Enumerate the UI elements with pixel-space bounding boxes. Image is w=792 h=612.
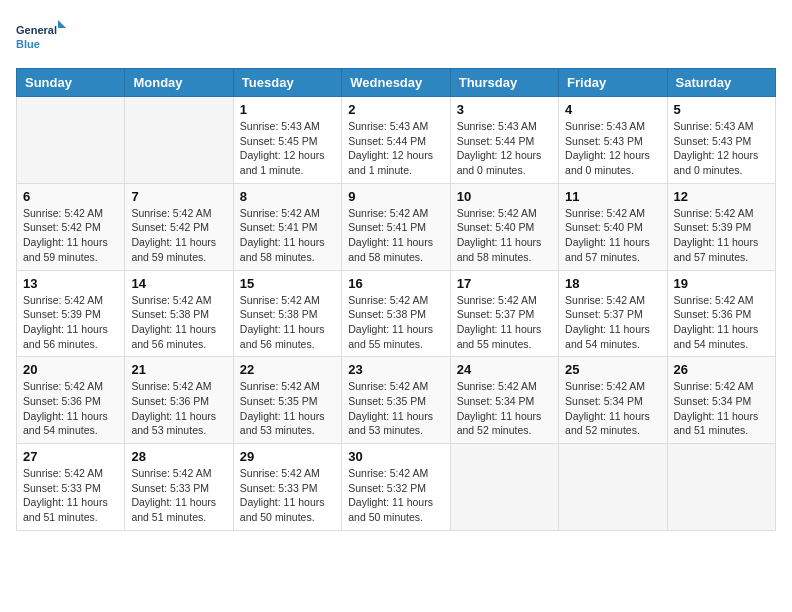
- week-row-2: 6Sunrise: 5:42 AMSunset: 5:42 PMDaylight…: [17, 183, 776, 270]
- calendar-cell: 1Sunrise: 5:43 AMSunset: 5:45 PMDaylight…: [233, 97, 341, 184]
- calendar-cell: 25Sunrise: 5:42 AMSunset: 5:34 PMDayligh…: [559, 357, 667, 444]
- calendar-cell: 11Sunrise: 5:42 AMSunset: 5:40 PMDayligh…: [559, 183, 667, 270]
- day-info: Sunrise: 5:42 AMSunset: 5:36 PMDaylight:…: [23, 379, 118, 438]
- day-info: Sunrise: 5:42 AMSunset: 5:39 PMDaylight:…: [23, 293, 118, 352]
- day-info: Sunrise: 5:42 AMSunset: 5:41 PMDaylight:…: [240, 206, 335, 265]
- day-number: 27: [23, 449, 118, 464]
- day-number: 16: [348, 276, 443, 291]
- day-info: Sunrise: 5:42 AMSunset: 5:35 PMDaylight:…: [240, 379, 335, 438]
- calendar-cell: 3Sunrise: 5:43 AMSunset: 5:44 PMDaylight…: [450, 97, 558, 184]
- calendar-cell: 16Sunrise: 5:42 AMSunset: 5:38 PMDayligh…: [342, 270, 450, 357]
- calendar-cell: 12Sunrise: 5:42 AMSunset: 5:39 PMDayligh…: [667, 183, 775, 270]
- logo-svg: General Blue: [16, 16, 66, 56]
- day-info: Sunrise: 5:42 AMSunset: 5:41 PMDaylight:…: [348, 206, 443, 265]
- calendar-cell: 7Sunrise: 5:42 AMSunset: 5:42 PMDaylight…: [125, 183, 233, 270]
- day-number: 8: [240, 189, 335, 204]
- weekday-header-tuesday: Tuesday: [233, 69, 341, 97]
- logo: General Blue: [16, 16, 66, 56]
- day-number: 25: [565, 362, 660, 377]
- day-number: 23: [348, 362, 443, 377]
- day-info: Sunrise: 5:42 AMSunset: 5:38 PMDaylight:…: [240, 293, 335, 352]
- day-number: 19: [674, 276, 769, 291]
- weekday-header-friday: Friday: [559, 69, 667, 97]
- day-info: Sunrise: 5:42 AMSunset: 5:33 PMDaylight:…: [23, 466, 118, 525]
- calendar-cell: [125, 97, 233, 184]
- day-info: Sunrise: 5:42 AMSunset: 5:42 PMDaylight:…: [131, 206, 226, 265]
- calendar-cell: 4Sunrise: 5:43 AMSunset: 5:43 PMDaylight…: [559, 97, 667, 184]
- calendar-cell: 18Sunrise: 5:42 AMSunset: 5:37 PMDayligh…: [559, 270, 667, 357]
- day-number: 17: [457, 276, 552, 291]
- day-number: 24: [457, 362, 552, 377]
- calendar-cell: 6Sunrise: 5:42 AMSunset: 5:42 PMDaylight…: [17, 183, 125, 270]
- calendar-cell: 19Sunrise: 5:42 AMSunset: 5:36 PMDayligh…: [667, 270, 775, 357]
- calendar-cell: 22Sunrise: 5:42 AMSunset: 5:35 PMDayligh…: [233, 357, 341, 444]
- svg-marker-2: [58, 20, 66, 28]
- weekday-header-monday: Monday: [125, 69, 233, 97]
- week-row-4: 20Sunrise: 5:42 AMSunset: 5:36 PMDayligh…: [17, 357, 776, 444]
- calendar-cell: 13Sunrise: 5:42 AMSunset: 5:39 PMDayligh…: [17, 270, 125, 357]
- calendar-cell: 15Sunrise: 5:42 AMSunset: 5:38 PMDayligh…: [233, 270, 341, 357]
- day-number: 28: [131, 449, 226, 464]
- day-info: Sunrise: 5:43 AMSunset: 5:44 PMDaylight:…: [348, 119, 443, 178]
- calendar-cell: 26Sunrise: 5:42 AMSunset: 5:34 PMDayligh…: [667, 357, 775, 444]
- day-info: Sunrise: 5:42 AMSunset: 5:40 PMDaylight:…: [457, 206, 552, 265]
- day-info: Sunrise: 5:42 AMSunset: 5:34 PMDaylight:…: [565, 379, 660, 438]
- day-info: Sunrise: 5:42 AMSunset: 5:32 PMDaylight:…: [348, 466, 443, 525]
- day-info: Sunrise: 5:42 AMSunset: 5:34 PMDaylight:…: [457, 379, 552, 438]
- day-number: 10: [457, 189, 552, 204]
- day-number: 18: [565, 276, 660, 291]
- calendar-cell: 20Sunrise: 5:42 AMSunset: 5:36 PMDayligh…: [17, 357, 125, 444]
- calendar-cell: 21Sunrise: 5:42 AMSunset: 5:36 PMDayligh…: [125, 357, 233, 444]
- calendar-cell: 24Sunrise: 5:42 AMSunset: 5:34 PMDayligh…: [450, 357, 558, 444]
- day-info: Sunrise: 5:42 AMSunset: 5:42 PMDaylight:…: [23, 206, 118, 265]
- calendar-cell: 9Sunrise: 5:42 AMSunset: 5:41 PMDaylight…: [342, 183, 450, 270]
- day-number: 4: [565, 102, 660, 117]
- header: General Blue: [16, 16, 776, 56]
- day-info: Sunrise: 5:42 AMSunset: 5:38 PMDaylight:…: [348, 293, 443, 352]
- day-info: Sunrise: 5:42 AMSunset: 5:38 PMDaylight:…: [131, 293, 226, 352]
- calendar-cell: 8Sunrise: 5:42 AMSunset: 5:41 PMDaylight…: [233, 183, 341, 270]
- day-info: Sunrise: 5:42 AMSunset: 5:40 PMDaylight:…: [565, 206, 660, 265]
- day-number: 12: [674, 189, 769, 204]
- day-number: 11: [565, 189, 660, 204]
- day-info: Sunrise: 5:42 AMSunset: 5:37 PMDaylight:…: [457, 293, 552, 352]
- week-row-5: 27Sunrise: 5:42 AMSunset: 5:33 PMDayligh…: [17, 444, 776, 531]
- svg-text:General: General: [16, 24, 57, 36]
- week-row-3: 13Sunrise: 5:42 AMSunset: 5:39 PMDayligh…: [17, 270, 776, 357]
- day-info: Sunrise: 5:42 AMSunset: 5:36 PMDaylight:…: [131, 379, 226, 438]
- day-number: 22: [240, 362, 335, 377]
- day-info: Sunrise: 5:42 AMSunset: 5:37 PMDaylight:…: [565, 293, 660, 352]
- day-number: 3: [457, 102, 552, 117]
- day-info: Sunrise: 5:43 AMSunset: 5:45 PMDaylight:…: [240, 119, 335, 178]
- day-info: Sunrise: 5:42 AMSunset: 5:35 PMDaylight:…: [348, 379, 443, 438]
- day-number: 30: [348, 449, 443, 464]
- calendar-cell: 28Sunrise: 5:42 AMSunset: 5:33 PMDayligh…: [125, 444, 233, 531]
- day-info: Sunrise: 5:43 AMSunset: 5:44 PMDaylight:…: [457, 119, 552, 178]
- calendar-cell: [667, 444, 775, 531]
- day-info: Sunrise: 5:42 AMSunset: 5:36 PMDaylight:…: [674, 293, 769, 352]
- day-number: 29: [240, 449, 335, 464]
- day-number: 13: [23, 276, 118, 291]
- calendar-cell: 27Sunrise: 5:42 AMSunset: 5:33 PMDayligh…: [17, 444, 125, 531]
- day-number: 2: [348, 102, 443, 117]
- day-number: 7: [131, 189, 226, 204]
- weekday-header-thursday: Thursday: [450, 69, 558, 97]
- day-number: 26: [674, 362, 769, 377]
- day-number: 1: [240, 102, 335, 117]
- weekday-header-sunday: Sunday: [17, 69, 125, 97]
- day-info: Sunrise: 5:43 AMSunset: 5:43 PMDaylight:…: [674, 119, 769, 178]
- weekday-header-row: SundayMondayTuesdayWednesdayThursdayFrid…: [17, 69, 776, 97]
- calendar-table: SundayMondayTuesdayWednesdayThursdayFrid…: [16, 68, 776, 531]
- calendar-cell: 30Sunrise: 5:42 AMSunset: 5:32 PMDayligh…: [342, 444, 450, 531]
- day-info: Sunrise: 5:42 AMSunset: 5:33 PMDaylight:…: [131, 466, 226, 525]
- day-number: 14: [131, 276, 226, 291]
- day-number: 20: [23, 362, 118, 377]
- svg-text:Blue: Blue: [16, 38, 40, 50]
- calendar-cell: 17Sunrise: 5:42 AMSunset: 5:37 PMDayligh…: [450, 270, 558, 357]
- calendar-cell: 14Sunrise: 5:42 AMSunset: 5:38 PMDayligh…: [125, 270, 233, 357]
- day-number: 15: [240, 276, 335, 291]
- calendar-cell: 2Sunrise: 5:43 AMSunset: 5:44 PMDaylight…: [342, 97, 450, 184]
- day-info: Sunrise: 5:42 AMSunset: 5:33 PMDaylight:…: [240, 466, 335, 525]
- weekday-header-wednesday: Wednesday: [342, 69, 450, 97]
- calendar-cell: 29Sunrise: 5:42 AMSunset: 5:33 PMDayligh…: [233, 444, 341, 531]
